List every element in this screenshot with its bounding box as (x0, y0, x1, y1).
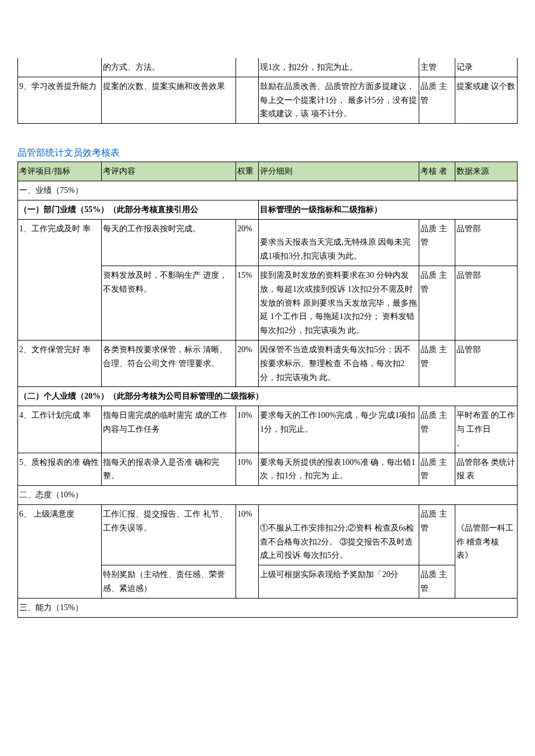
cell: 品质 主管 (419, 266, 455, 340)
subsection-text: 目标管理的一级指标和二级指标） (260, 205, 382, 214)
cell: 5、质检报表的准 确性 (18, 453, 102, 486)
cell: 品管部 (455, 340, 517, 386)
cell: 提案的次数、提案实施和改善效果 (102, 77, 236, 123)
cell: 各类资料按要求保管，标示 清晰、合理、符合公司文件 管理要求。 (102, 340, 236, 386)
cell-text: 要求当天报表当天完成,无特殊原 因每未完成1项扣3分,扣完该项 为此。 (260, 238, 411, 260)
cell: 品质 主管 (419, 453, 455, 486)
section-label: 三、能力（15%） (18, 598, 518, 617)
cell: 10% (236, 453, 258, 486)
cell: 平时布置 的工作与 工作日 。 (455, 406, 517, 453)
cell: 指每日需完成的临时需完 成的工作内容与工作任务 (102, 406, 236, 453)
subsection-row: （一）部门业绩（55%）（此部分考核直接引用公 目标管理的一级指标和二级指标） (18, 200, 518, 219)
top-fragment-table: 的方式、方法。 现1次，扣2分，扣完为止。 主管 记录 9、学习改善提升能力 提… (17, 58, 518, 124)
cell: 资料发放及时，不影响生产 进度，不发错资料。 (102, 266, 236, 340)
cell: 20% (236, 340, 258, 386)
subsection-left: （一）部门业绩（55%）（此部分考核直接引用公 (18, 200, 259, 219)
cell: 上级可根据实际表现给予奖励加「20分 (259, 565, 419, 599)
section-label: 一、业绩（75%） (18, 181, 518, 200)
cell: 记录 (455, 58, 517, 77)
cell: 特别奖励（主动性、责任感、荣誉感、紧迫感） (102, 565, 236, 599)
cell: 接到需及时发放的资料要求在30 分钟内发放，每超1次或接到投诉 1次扣2分不需及… (259, 266, 419, 340)
table-row: 6、 上级满意度 工作汇报、提交报告、工作 礼节、工作失误等。 10% ①不服从… (18, 504, 518, 565)
cell: 主管 (419, 58, 455, 77)
table-row: 4、工作计划完成 率 指每日需完成的临时需完 成的工作内容与工作任务 10% 要… (18, 406, 518, 453)
table-row: 9、学习改善提升能力 提案的次数、提案实施和改善效果 鼓励在品质改善、品质管控方… (18, 77, 518, 123)
section-row: 二、态度（10%） (18, 486, 518, 505)
cell: 工作汇报、提交报告、工作 礼节、工作失误等。 (102, 504, 236, 565)
cell (18, 58, 102, 77)
header-cell: 数据来源 (455, 162, 517, 181)
cell: 品管部各 类统计报 表 (455, 453, 517, 486)
cell: 提案或建 议个数 (455, 77, 517, 123)
section-row: 一、业绩（75%） (18, 181, 518, 200)
cell: 品质 主管 (419, 504, 455, 565)
header-cell: 考评项目/指标 (18, 162, 102, 181)
cell: 9、学习改善提升能力 (18, 77, 102, 123)
cell: 现1次，扣2分，扣完为止。 (259, 58, 419, 77)
cell: 10% (236, 406, 258, 453)
table-row: 5、质检报表的准 确性 指每天的报表录入是否准 确和完整。 10% 要求每天所提… (18, 453, 518, 486)
header-row: 考评项目/指标 考评内容 权重 评分细则 考核 者 数据来源 (18, 162, 518, 181)
cell: 要求当天报表当天完成,无特殊原 因每未完成1项扣3分,扣完该项 为此。 (259, 219, 419, 266)
cell: 20% (236, 219, 258, 266)
table-row: 的方式、方法。 现1次，扣2分，扣完为止。 主管 记录 (18, 58, 518, 77)
subsection-text: （一）部门业绩（55%）（此部分考核直接引用公 (19, 205, 198, 214)
cell: 6、 上级满意度 (18, 504, 102, 598)
cell: 品质 主管 (419, 565, 455, 599)
cell: 品质 主管 (419, 340, 455, 386)
cell: 品质 主管 (419, 406, 455, 453)
section-label: 二、态度（10%） (18, 486, 518, 505)
cell: 15% (236, 266, 258, 340)
cell (236, 77, 258, 123)
cell: ①不服从工作安排扣2分;②资料 检查及6s检查不合格每次扣2分。 ③提交报告不及… (259, 504, 419, 565)
cell: 品管部 (455, 219, 517, 266)
cell: 2、文件保管完好 率 (18, 340, 102, 386)
cell: 要求每天所提供的报表100%准 确，每出错1次，扣1分，扣完为 止。 (259, 453, 419, 486)
assessment-table: 考评项目/指标 考评内容 权重 评分细则 考核 者 数据来源 一、业绩（75%）… (17, 162, 518, 617)
subsection-right: 目标管理的一级指标和二级指标） (259, 200, 518, 219)
cell: 《品管部一科工作 稽查考核 表》 (455, 504, 517, 598)
subsection-label: （二）个人业绩（20%）（此部分考核为公司目标管理的二级指标） (18, 387, 518, 406)
subsection-text: （二）个人业绩（20%）（此部分考核为公司目标管理的二级指标） (19, 392, 263, 400)
cell-text: ①不服从工作安排扣2分;②资料 检查及6s检查不合格每次扣2分。 ③提交报告不及… (260, 524, 414, 560)
cell: 品质 主管 (419, 219, 455, 266)
cell: 指每天的报表录入是否准 确和完整。 (102, 453, 236, 486)
cell: 1、工作完成及时 率 (18, 219, 102, 340)
cell: 要求每天的工作100%完成，每少 完成1项扣1分，扣完止。 (259, 406, 419, 453)
cell: 4、工作计划完成 率 (18, 406, 102, 453)
cell: 因保管不当造成资料遗失每次扣5分；因不按要求标示、整理检查 不合格，每次扣2分，… (259, 340, 419, 386)
cell: 每天的工作报表按时完成。 (102, 219, 236, 266)
subsection-row: （二）个人业绩（20%）（此部分考核为公司目标管理的二级指标） (18, 387, 518, 406)
cell-text: 《品管部一科工作 稽查考核 表》 (456, 524, 513, 560)
header-cell: 权重 (236, 162, 258, 181)
table-row: 2、文件保管完好 率 各类资料按要求保管，标示 清晰、合理、符合公司文件 管理要… (18, 340, 518, 386)
cell: 鼓励在品质改善、品质管控方面多提建议，每上交一个提案计1分， 最多计5分，没有提… (259, 77, 419, 123)
table-title: 品管部统计文员效考核表 (17, 147, 518, 159)
cell: 品管部 (455, 266, 517, 340)
header-cell: 考核 者 (419, 162, 455, 181)
cell (236, 58, 258, 77)
table-row: 1、工作完成及时 率 每天的工作报表按时完成。 20% 要求当天报表当天完成,无… (18, 219, 518, 266)
section-row: 三、能力（15%） (18, 598, 518, 617)
header-cell: 评分细则 (259, 162, 419, 181)
cell: 10% (236, 504, 258, 598)
cell: 品质 主管 (419, 77, 455, 123)
cell: 的方式、方法。 (102, 58, 236, 77)
header-cell: 考评内容 (102, 162, 236, 181)
